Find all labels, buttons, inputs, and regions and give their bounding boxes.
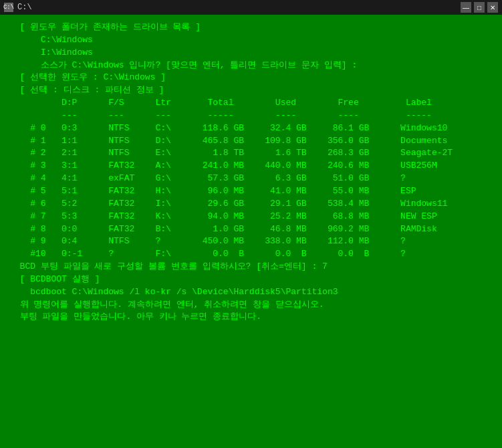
- console-line: [ 선택 : 디스크 : 파티션 정보 ]: [9, 84, 493, 97]
- console-line: [ 윈도우 폴더가 존재하는 드라이브 목록 ]: [9, 21, 493, 34]
- cmd-icon: C:\: [4, 3, 13, 12]
- console-line: I:\Windows: [9, 47, 493, 60]
- console-line: bcdboot C:\Windows /l ko-kr /s \Device\H…: [9, 286, 493, 299]
- console-line: # 1 1:1 NTFS D:\ 465.8 GB 109.8 GB 356.0…: [9, 135, 493, 148]
- cmd-window: C:\ C:\ — □ ✕ [ 윈도우 폴더가 존재하는 드라이브 목록 ] C…: [0, 0, 502, 448]
- console-line: # 2 2:1 NTFS E:\ 1.8 TB 1.6 TB 268.3 GB …: [9, 147, 493, 160]
- console-line: C:\Windows: [9, 34, 493, 47]
- close-button[interactable]: ✕: [487, 2, 498, 13]
- console-line: D:P F/S Ltr Total Used Free Label: [9, 97, 493, 110]
- console-line: # 3 3:1 FAT32 A:\ 241.0 MB 440.0 MB 240.…: [9, 160, 493, 173]
- maximize-button[interactable]: □: [474, 2, 485, 13]
- console-line: [ 선택한 윈도우 : C:\Windows ]: [9, 72, 493, 84]
- console-line: --- --- --- ----- ---- ---- -----: [9, 110, 493, 122]
- console-line: # 9 0:4 NTFS ? 450.0 MB 338.0 MB 112.0 M…: [9, 235, 493, 248]
- console-line: # 8 0:0 FAT32 B:\ 1.0 GB 46.8 MB 969.2 M…: [9, 223, 493, 236]
- console-line: # 0 0:3 NTFS C:\ 118.6 GB 32.4 GB 86.1 G…: [9, 122, 493, 135]
- title-bar-left: C:\ C:\: [4, 3, 32, 12]
- console-line: # 7 5:3 FAT32 K:\ 94.0 MB 25.2 MB 68.8 M…: [9, 211, 493, 223]
- console-output: [ 윈도우 폴더가 존재하는 드라이브 목록 ] C:\Windows I:\W…: [0, 15, 502, 448]
- console-line: BCD 부팅 파일을 새로 구성할 볼륨 번호를 입력하시오? [취소=엔터] …: [9, 261, 493, 273]
- console-line: [ BCDBOOT 실행 ]: [9, 273, 493, 286]
- console-line: # 4 4:1 exFAT G:\ 57.3 GB 6.3 GB 51.0 GB…: [9, 173, 493, 185]
- console-line: #10 0:-1 ? F:\ 0.0 B 0.0 B 0.0 B ?: [9, 248, 493, 261]
- title-bar: C:\ C:\ — □ ✕: [0, 0, 502, 15]
- minimize-button[interactable]: —: [461, 2, 471, 13]
- console-line: # 5 5:1 FAT32 H:\ 96.0 MB 41.0 MB 55.0 M…: [9, 185, 493, 198]
- console-line: # 6 5:2 FAT32 I:\ 29.6 GB 29.1 GB 538.4 …: [9, 198, 493, 211]
- window-title: C:\: [17, 3, 32, 12]
- window-controls[interactable]: — □ ✕: [461, 2, 498, 13]
- console-line: 소스가 C:\Windows 입니까? [맞으면 엔터, 틀리면 드라이브 문자…: [9, 60, 493, 72]
- console-line: 위 명령어를 실행합니다. 계속하려면 엔터, 취소하려면 창을 닫으십시오.: [9, 299, 493, 312]
- console-line: 부팅 파일을 만들었습니다. 아무 키나 누르면 종료합니다.: [9, 311, 493, 324]
